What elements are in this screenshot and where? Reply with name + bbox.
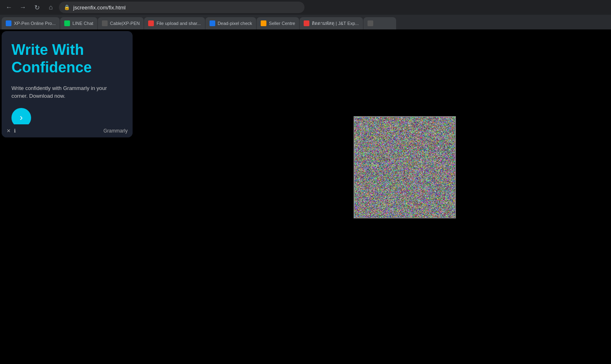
- pixel-noise-container: [354, 116, 456, 218]
- pixel-noise-canvas: [354, 117, 455, 218]
- ad-brand-label: Grammarly: [104, 128, 128, 134]
- ad-card: Write With Confidence Write confidently …: [2, 31, 133, 137]
- tab-xp-pen[interactable]: XP-Pen Online Pro...: [2, 17, 60, 29]
- tab-favicon-dead: [210, 20, 215, 26]
- back-button[interactable]: ←: [3, 2, 15, 13]
- tab-extra[interactable]: [363, 17, 396, 29]
- tab-label-file: File upload and shar...: [156, 21, 201, 26]
- tab-favicon-extra: [368, 20, 373, 26]
- home-button[interactable]: ⌂: [45, 2, 56, 13]
- tab-label-seller: Seller Centre: [269, 21, 295, 26]
- lock-icon: 🔒: [64, 4, 70, 10]
- tab-favicon-xp-pen: [6, 20, 11, 26]
- ad-footer: ✕ ℹ Grammarly: [2, 124, 133, 137]
- main-content: Write With Confidence Write confidently …: [0, 29, 611, 364]
- tab-file[interactable]: File upload and shar...: [144, 17, 205, 29]
- ad-title: Write With Confidence: [11, 41, 123, 76]
- tabs-bar: XP-Pen Online Pro...LINE ChatCable|XP-PE…: [0, 15, 611, 29]
- tab-favicon-file: [148, 20, 154, 26]
- forward-button[interactable]: →: [17, 2, 29, 13]
- tab-label-jt: ติดตามพัสดุ | J&T Exp...: [312, 20, 359, 27]
- tab-label-dead: Dead-pixel check: [218, 21, 252, 26]
- tab-dead[interactable]: Dead-pixel check: [205, 17, 256, 29]
- tab-favicon-cable: [102, 20, 108, 26]
- browser-nav-bar: ← → ↻ ⌂ 🔒 jscreenfix.com/fix.html: [0, 0, 611, 15]
- ad-close-button[interactable]: ✕: [7, 128, 11, 134]
- tab-favicon-jt: [304, 20, 309, 26]
- tab-seller[interactable]: Seller Centre: [257, 17, 299, 29]
- ad-body: Write confidently with Grammarly in your…: [11, 84, 123, 100]
- tab-label-xp-pen: XP-Pen Online Pro...: [14, 21, 56, 26]
- tab-label-cable: Cable|XP-PEN: [110, 21, 140, 26]
- tab-label-line: LINE Chat: [72, 21, 93, 26]
- url-text: jscreenfix.com/fix.html: [73, 4, 126, 11]
- tab-favicon-line: [64, 20, 70, 26]
- tab-jt[interactable]: ติดตามพัสดุ | J&T Exp...: [300, 17, 363, 29]
- address-bar[interactable]: 🔒 jscreenfix.com/fix.html: [59, 2, 304, 13]
- tab-favicon-seller: [261, 20, 266, 26]
- tab-cable[interactable]: Cable|XP-PEN: [98, 17, 144, 29]
- refresh-button[interactable]: ↻: [31, 2, 43, 13]
- tab-line[interactable]: LINE Chat: [60, 17, 97, 29]
- ad-info-button[interactable]: ℹ: [14, 128, 16, 134]
